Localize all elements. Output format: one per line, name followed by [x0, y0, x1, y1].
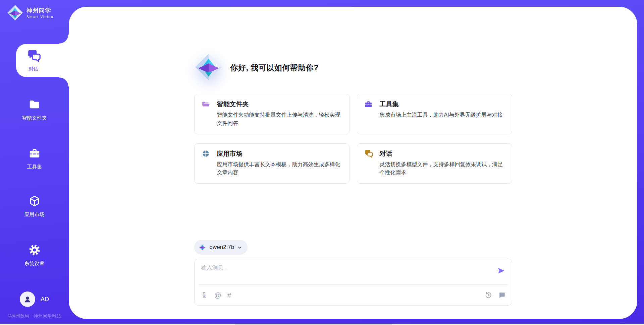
model-selector[interactable]: qwen2:7b	[194, 240, 248, 255]
user-name: AD	[41, 296, 49, 303]
cube-icon	[28, 195, 41, 208]
sidebar-item-app-market[interactable]: 应用市场	[0, 195, 69, 218]
composer-toolbar: @ #	[199, 284, 508, 305]
pill-fillet-bottom	[59, 77, 69, 86]
attachment-button[interactable]	[201, 291, 208, 299]
card-title: 应用市场	[217, 149, 243, 158]
pill-fillet-top	[59, 35, 69, 44]
folder-open-icon	[201, 100, 210, 109]
message-input[interactable]	[201, 264, 483, 287]
copyright-footer: ©神州数码 · 神州问学出品	[0, 313, 69, 319]
sidebar-item-label: 工具集	[27, 164, 42, 170]
sidebar-item-label: 应用市场	[24, 211, 45, 218]
greeting-block: 你好, 我可以如何帮助你?	[194, 53, 512, 82]
topic-button[interactable]: #	[227, 291, 231, 299]
toolbox-icon	[364, 100, 373, 109]
brand-name: 神州问学	[26, 7, 54, 14]
horizontal-scrollbar[interactable]	[0, 324, 644, 325]
apps-icon	[201, 149, 210, 158]
feedback-button[interactable]	[498, 291, 505, 299]
avatar	[20, 291, 35, 307]
card-description: 智能文件夹功能支持批量文件上传与清洗，轻松实现文件问答	[217, 111, 342, 128]
toolbox-icon	[28, 147, 41, 161]
card-app-market[interactable]: 应用市场 应用市场提供丰富长文本模板，助力高效生成多样化文章内容	[194, 143, 350, 184]
user-profile[interactable]: AD	[0, 291, 69, 307]
sidebar-item-settings[interactable]: 系统设置	[0, 244, 69, 267]
greeting-text: 你好, 我可以如何帮助你?	[230, 63, 319, 73]
send-button[interactable]	[496, 266, 506, 276]
send-icon	[497, 266, 505, 275]
brand-logo-icon	[7, 4, 23, 21]
sidebar-item-label: 对话	[29, 66, 39, 72]
card-description: 灵活切换多模型文件，支持多样回复效果调试，满足个性化需求	[380, 160, 505, 177]
sidebar-item-chat[interactable]: 对话	[16, 44, 70, 77]
sidebar-item-label: 系统设置	[24, 260, 45, 267]
chat-icon	[26, 49, 41, 64]
brand: 神州问学 Smart Vision	[7, 4, 54, 21]
mention-button[interactable]: @	[214, 291, 221, 299]
sidebar-item-smart-folder[interactable]: 智能文件夹	[0, 99, 69, 121]
model-logo-icon	[199, 243, 207, 251]
person-icon	[23, 295, 32, 304]
card-chat[interactable]: 对话 灵活切换多模型文件，支持多样回复效果调试，满足个性化需求	[357, 143, 512, 184]
message-composer: @ #	[194, 259, 512, 306]
history-button[interactable]	[485, 291, 492, 299]
card-description: 集成市场上主流工具，助力AI与外界无缝扩展与对接	[380, 111, 505, 119]
chat-icon	[364, 149, 373, 158]
card-title: 智能文件夹	[217, 100, 249, 109]
assistant-logo-icon	[194, 53, 223, 83]
card-description: 应用市场提供丰富长文本模板，助力高效生成多样化文章内容	[217, 160, 342, 177]
paperclip-icon	[201, 291, 208, 299]
sidebar: 神州问学 Smart Vision 对话 智能文件夹 工具集 应用市场 系统设置…	[0, 0, 69, 325]
brand-subtitle: Smart Vision	[26, 15, 54, 19]
card-title: 对话	[380, 149, 392, 158]
chevron-down-icon	[237, 245, 242, 250]
chat-bubble-icon	[498, 291, 505, 299]
gear-icon	[28, 244, 41, 257]
sidebar-item-toolset[interactable]: 工具集	[0, 147, 69, 170]
card-title: 工具集	[380, 100, 399, 109]
sidebar-item-label: 智能文件夹	[22, 115, 47, 121]
history-icon	[485, 291, 492, 299]
card-smart-folder[interactable]: 智能文件夹 智能文件夹功能支持批量文件上传与清洗，轻松实现文件问答	[194, 94, 350, 134]
folder-icon	[28, 99, 41, 112]
model-name: qwen2:7b	[210, 244, 234, 251]
scrollbar-thumb[interactable]	[235, 324, 392, 325]
feature-card-grid: 智能文件夹 智能文件夹功能支持批量文件上传与清洗，轻松实现文件问答 工具集 集成…	[194, 94, 512, 184]
card-toolset[interactable]: 工具集 集成市场上主流工具，助力AI与外界无缝扩展与对接	[357, 94, 512, 134]
